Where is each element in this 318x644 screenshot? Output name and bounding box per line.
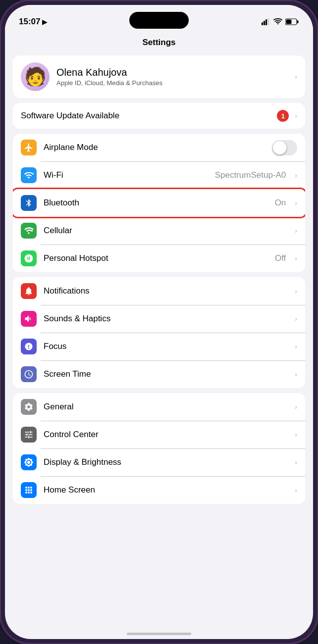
- hotspot-icon: [21, 250, 37, 266]
- focus-chevron: ›: [295, 343, 297, 350]
- svg-rect-6: [286, 20, 292, 24]
- avatar: 🧑: [21, 62, 50, 91]
- general-section: General › Control Center ›: [13, 393, 305, 504]
- svg-rect-1: [264, 21, 265, 25]
- status-time: 15:07 ▶: [19, 17, 47, 27]
- profile-subtitle: Apple ID, iCloud, Media & Purchases: [56, 79, 288, 87]
- general-chevron: ›: [295, 403, 297, 411]
- profile-card[interactable]: 🧑 Olena Kahujova Apple ID, iCloud, Media…: [13, 55, 305, 98]
- display-brightness-row[interactable]: Display & Brightness ›: [13, 448, 305, 476]
- screen-time-row[interactable]: Screen Time ›: [13, 360, 305, 388]
- svg-rect-5: [297, 20, 299, 23]
- airplane-mode-toggle[interactable]: [272, 140, 297, 155]
- general-label: General: [44, 402, 288, 412]
- focus-label: Focus: [44, 342, 288, 351]
- dynamic-island: [129, 12, 189, 29]
- profile-chevron: ›: [295, 73, 297, 81]
- software-update-label: Software Update Available: [21, 111, 271, 121]
- bluetooth-icon: [21, 195, 37, 211]
- signal-icon: [262, 18, 270, 25]
- sounds-icon: [21, 311, 37, 327]
- hotspot-value: Off: [275, 253, 286, 263]
- home-screen-chevron: ›: [295, 486, 297, 494]
- display-label: Display & Brightness: [44, 457, 288, 467]
- battery-icon: [285, 18, 299, 25]
- update-chevron: ›: [295, 112, 297, 120]
- svg-rect-2: [265, 19, 267, 25]
- hotspot-label: Personal Hotspot: [44, 253, 268, 263]
- focus-row[interactable]: Focus ›: [13, 333, 305, 360]
- control-center-row[interactable]: Control Center ›: [13, 421, 305, 448]
- home-screen-row[interactable]: Home Screen ›: [13, 476, 305, 504]
- screen-time-label: Screen Time: [44, 369, 288, 379]
- control-center-icon: [21, 427, 37, 443]
- software-update-card[interactable]: Software Update Available 1 ›: [13, 103, 305, 129]
- location-icon: ▶: [42, 18, 47, 26]
- cellular-icon: [21, 223, 37, 239]
- wifi-row[interactable]: Wi-Fi SpectrumSetup-A0 ›: [13, 161, 305, 189]
- general-icon: [21, 399, 37, 415]
- profile-info: Olena Kahujova Apple ID, iCloud, Media &…: [56, 67, 288, 87]
- wifi-chevron: ›: [295, 171, 297, 179]
- software-update-row[interactable]: Software Update Available 1 ›: [13, 103, 305, 129]
- phone-screen: 15:07 ▶: [5, 5, 313, 639]
- bluetooth-row[interactable]: Bluetooth On ›: [13, 189, 305, 217]
- focus-icon: [21, 339, 37, 354]
- general-row[interactable]: General ›: [13, 393, 305, 421]
- control-center-label: Control Center: [44, 430, 288, 440]
- settings-content[interactable]: Settings 🧑 Olena Kahujova Apple ID, iClo…: [5, 32, 313, 639]
- svg-rect-3: [267, 18, 269, 25]
- hotspot-chevron: ›: [295, 254, 297, 262]
- bluetooth-label: Bluetooth: [44, 198, 268, 208]
- notifications-icon: [21, 283, 37, 299]
- page-title: Settings: [5, 32, 313, 55]
- notifications-section: Notifications › Sounds & Haptics ›: [13, 277, 305, 388]
- notifications-chevron: ›: [295, 287, 297, 295]
- airplane-mode-label: Airplane Mode: [44, 143, 265, 152]
- wifi-status-icon: [273, 18, 282, 25]
- phone-device: 15:07 ▶: [0, 0, 318, 644]
- svg-rect-0: [262, 22, 263, 25]
- wifi-icon: [21, 167, 37, 183]
- personal-hotspot-row[interactable]: Personal Hotspot Off ›: [13, 245, 305, 272]
- home-indicator: [127, 633, 191, 635]
- home-screen-label: Home Screen: [44, 485, 288, 495]
- airplane-mode-row[interactable]: Airplane Mode: [13, 134, 305, 161]
- update-badge: 1: [277, 110, 289, 122]
- status-icons: [262, 18, 299, 25]
- sounds-haptics-row[interactable]: Sounds & Haptics ›: [13, 305, 305, 333]
- display-icon: [21, 454, 37, 470]
- sounds-chevron: ›: [295, 315, 297, 323]
- sounds-label: Sounds & Haptics: [44, 314, 288, 324]
- cellular-chevron: ›: [295, 227, 297, 235]
- wifi-value: SpectrumSetup-A0: [215, 170, 286, 180]
- cellular-label: Cellular: [44, 226, 288, 236]
- wifi-label: Wi-Fi: [44, 170, 208, 180]
- notifications-label: Notifications: [44, 286, 288, 296]
- control-center-chevron: ›: [295, 431, 297, 439]
- profile-name: Olena Kahujova: [56, 67, 288, 78]
- bluetooth-value: On: [275, 198, 286, 208]
- screen-time-icon: [21, 366, 37, 382]
- profile-row[interactable]: 🧑 Olena Kahujova Apple ID, iCloud, Media…: [13, 55, 305, 98]
- airplane-mode-icon: [21, 140, 37, 155]
- network-section: Airplane Mode Wi-Fi SpectrumSetup-A0 ›: [13, 134, 305, 272]
- home-screen-icon: [21, 482, 37, 498]
- bluetooth-chevron: ›: [295, 199, 297, 207]
- notifications-row[interactable]: Notifications ›: [13, 277, 305, 305]
- screen-time-chevron: ›: [295, 370, 297, 378]
- cellular-row[interactable]: Cellular ›: [13, 217, 305, 245]
- display-chevron: ›: [295, 458, 297, 466]
